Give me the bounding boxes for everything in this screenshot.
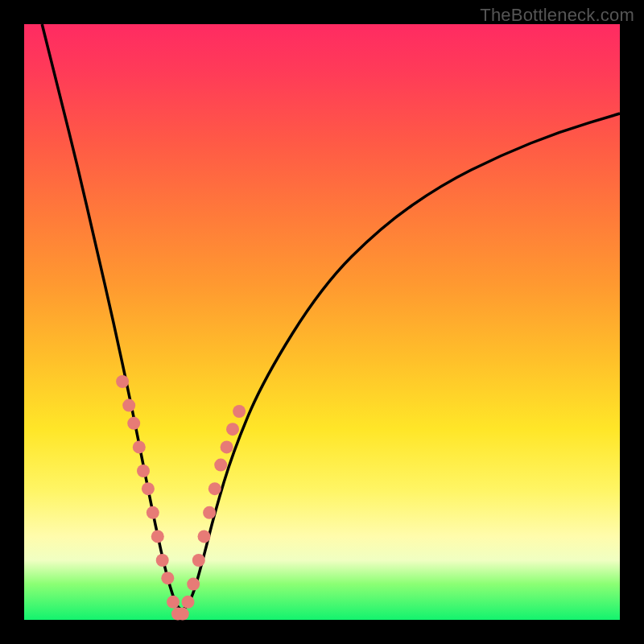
curve-sample-dots xyxy=(116,375,246,621)
curve-dot xyxy=(142,482,155,495)
curve-dot xyxy=(161,572,174,584)
curve-dot xyxy=(151,530,164,543)
curve-dot xyxy=(214,459,227,472)
chart-frame: TheBottleneck.com xyxy=(0,0,644,644)
curve-dot xyxy=(192,554,205,567)
bottleneck-curve xyxy=(42,24,620,609)
curve-dot xyxy=(156,554,169,567)
curve-dot xyxy=(133,440,146,453)
curve-dot xyxy=(122,399,135,412)
chart-plot-area xyxy=(24,24,620,620)
curve-dot xyxy=(176,608,189,621)
curve-dot xyxy=(137,464,150,477)
curve-dot xyxy=(147,506,159,519)
curve-dot xyxy=(203,506,216,519)
curve-dot xyxy=(233,405,246,418)
bottleneck-curve-svg xyxy=(24,24,620,620)
curve-dot xyxy=(226,423,239,436)
curve-dot xyxy=(167,596,180,609)
watermark-text: TheBottleneck.com xyxy=(480,5,634,26)
curve-dot xyxy=(221,440,233,453)
curve-dot xyxy=(182,596,195,609)
curve-dot xyxy=(116,375,129,388)
curve-dot xyxy=(208,482,221,495)
curve-dot xyxy=(187,578,200,591)
curve-dot xyxy=(127,417,140,430)
curve-dot xyxy=(198,530,211,543)
